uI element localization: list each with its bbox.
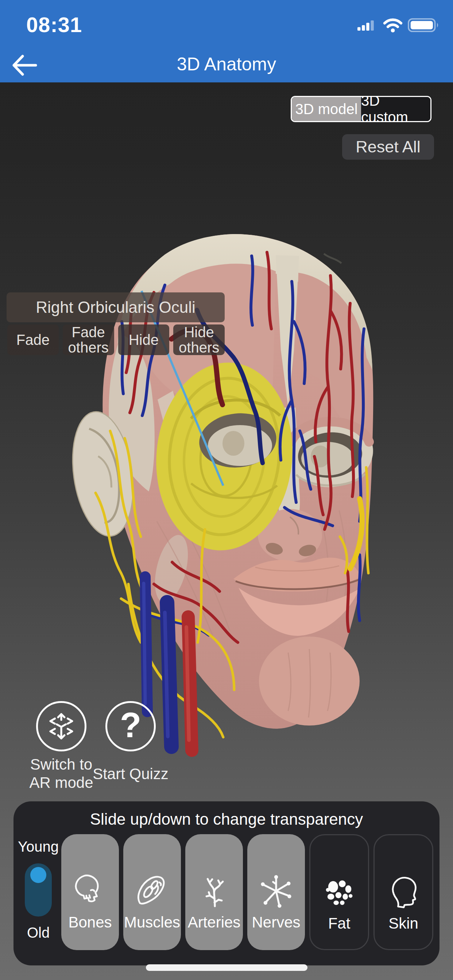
fade-others-button[interactable]: Fade others (63, 325, 114, 355)
panel-title: Slide up/down to change transparency (13, 810, 440, 828)
layer-card-skin[interactable]: Skin (373, 834, 433, 950)
wifi-icon (383, 18, 403, 33)
layer-label: Arteries (188, 914, 241, 931)
cellular-signal-icon (357, 18, 378, 32)
chin (259, 636, 360, 725)
layer-label: Nerves (252, 914, 300, 931)
fade-button[interactable]: Fade (7, 325, 59, 355)
nerve-icon (257, 872, 295, 910)
ar-cube-icon (45, 710, 77, 742)
mode-3d-model-button[interactable]: 3D model (292, 97, 361, 121)
layer-card-bones[interactable]: Bones (61, 834, 119, 950)
age-toggle-knob[interactable] (30, 867, 46, 883)
status-bar: 08:31 (0, 0, 453, 48)
mode-3d-custom-button[interactable]: 3D custom (361, 97, 431, 121)
home-indicator[interactable] (146, 964, 308, 971)
page-title: 3D Anatomy (0, 48, 453, 83)
skin-icon (384, 873, 423, 911)
hide-others-button[interactable]: Hide others (173, 325, 225, 355)
start-quiz-button[interactable]: ? (105, 701, 156, 751)
old-label: Old (13, 924, 63, 941)
layer-card-muscles[interactable]: Muscles (123, 834, 181, 950)
layer-card-nerves[interactable]: Nerves (247, 834, 305, 950)
view-mode-toggle: 3D model 3D custom (291, 96, 431, 122)
question-mark-icon: ? (120, 708, 142, 743)
nav-bar: 3D Anatomy (0, 48, 453, 83)
skull-icon (71, 872, 109, 910)
transparency-panel: Slide up/down to change transparency You… (13, 801, 440, 966)
ar-mode-button[interactable] (36, 701, 86, 751)
layer-label: Bones (68, 914, 112, 931)
selection-actions: Fade Fade others Hide Hide others (7, 325, 225, 355)
artery-icon (195, 872, 233, 910)
start-quiz-label: Start Quizz (87, 765, 174, 783)
layer-label: Muscles (124, 914, 180, 931)
young-label: Young (13, 838, 63, 855)
app-screen: 08:31 3D Anatomy (0, 0, 453, 980)
battery-icon (408, 18, 440, 33)
layer-cards: Bones Muscles (61, 834, 433, 950)
back-arrow-icon (10, 52, 39, 78)
layer-label: Fat (328, 915, 351, 932)
layer-card-fat[interactable]: Fat (309, 834, 369, 950)
muscle-icon (133, 872, 171, 910)
age-toggle[interactable] (25, 863, 52, 916)
layer-card-arteries[interactable]: Arteries (185, 834, 243, 950)
clock: 08:31 (26, 13, 82, 37)
selected-part-label: Right Orbicularis Oculi (6, 293, 225, 322)
reset-all-button[interactable]: Reset All (342, 134, 434, 160)
hide-button[interactable]: Hide (118, 325, 170, 355)
layer-label: Skin (388, 915, 418, 932)
back-button[interactable] (10, 52, 39, 78)
fat-icon (320, 873, 358, 911)
